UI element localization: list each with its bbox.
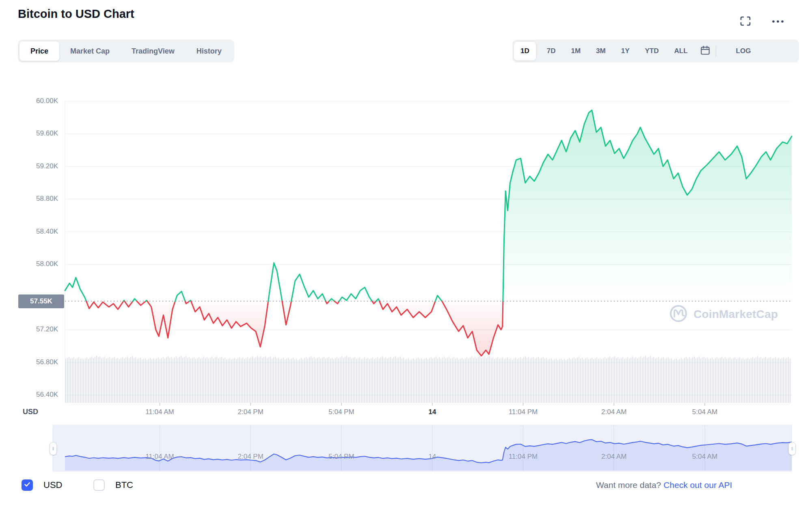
api-link[interactable]: Check out our API [663,480,732,490]
x-axis-label: 5:04 PM [313,408,370,416]
x-axis-label: 2:04 AM [585,408,642,416]
y-axis-label: 58.80K [12,195,58,203]
x-axis-label: 14 [404,408,461,416]
y-axis-label: 60.00K [12,97,58,105]
navigator-x-label: 5:04 AM [676,453,733,461]
y-axis-label: 59.20K [12,162,58,170]
y-axis-label: 57.20K [12,325,58,333]
price-chart-canvas[interactable] [0,0,812,520]
navigator-x-label: 5:04 PM [313,453,370,461]
navigator-x-label: 14 [404,453,461,461]
y-axis-unit-label: USD [23,408,38,416]
x-axis-label: 11:04 AM [131,408,188,416]
legend-usd-label: USD [43,480,62,490]
x-axis-label: 5:04 AM [676,408,733,416]
x-axis-label: 11:04 PM [495,408,551,416]
navigator-x-label: 11:04 PM [495,453,551,461]
y-axis-label: 56.80K [12,358,58,366]
y-axis-label: 58.00K [12,260,58,268]
x-axis-label: 2:04 PM [222,408,279,416]
navigator-x-label: 11:04 AM [131,453,188,461]
checkmark-icon [24,481,31,490]
y-axis-label: 59.60K [12,129,58,138]
legend-btc-label: BTC [115,480,133,490]
navigator-x-label: 2:04 PM [222,453,279,461]
usd-checkbox[interactable] [22,479,33,491]
legend-usd-toggle[interactable]: USD [22,479,62,491]
navigator-right-handle[interactable]: ‖ [788,442,796,455]
y-axis-label: 58.40K [12,228,58,236]
y-axis-label: 56.40K [12,391,58,399]
legend-btc-toggle[interactable]: BTC [93,479,133,491]
footer-prompt: Want more data? Check out our API [596,480,732,490]
footer-prompt-text: Want more data? [596,480,661,490]
btc-checkbox[interactable] [93,479,105,491]
navigator-x-label: 2:04 AM [585,453,642,461]
price-axis-badge: 57.55K [18,294,64,308]
coinmarketcap-chart-module: Bitcoin to USD Chart Price Market Cap Tr… [0,0,812,520]
navigator-left-handle[interactable]: ‖ [50,442,57,455]
